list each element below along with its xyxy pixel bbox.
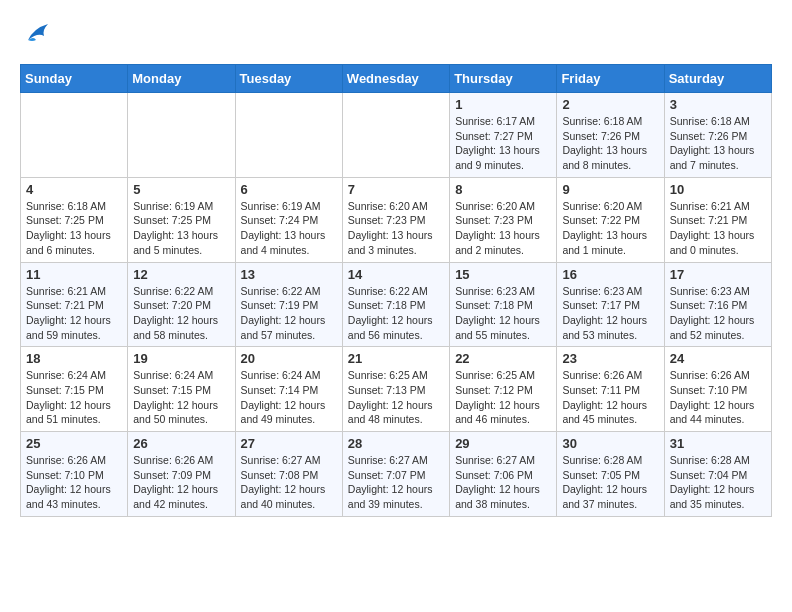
- week-row-4: 18Sunrise: 6:24 AMSunset: 7:15 PMDayligh…: [21, 347, 772, 432]
- day-number: 2: [562, 97, 658, 112]
- day-number: 31: [670, 436, 766, 451]
- logo: [20, 20, 56, 48]
- weekday-header-saturday: Saturday: [664, 65, 771, 93]
- weekday-header-tuesday: Tuesday: [235, 65, 342, 93]
- calendar-cell: 9Sunrise: 6:20 AMSunset: 7:22 PMDaylight…: [557, 177, 664, 262]
- day-number: 7: [348, 182, 444, 197]
- day-number: 23: [562, 351, 658, 366]
- calendar-cell: 27Sunrise: 6:27 AMSunset: 7:08 PMDayligh…: [235, 432, 342, 517]
- day-number: 3: [670, 97, 766, 112]
- calendar-cell: 28Sunrise: 6:27 AMSunset: 7:07 PMDayligh…: [342, 432, 449, 517]
- day-number: 19: [133, 351, 229, 366]
- calendar-cell: 29Sunrise: 6:27 AMSunset: 7:06 PMDayligh…: [450, 432, 557, 517]
- calendar-cell: [128, 93, 235, 178]
- day-info: Sunrise: 6:23 AMSunset: 7:18 PMDaylight:…: [455, 284, 551, 343]
- day-number: 12: [133, 267, 229, 282]
- weekday-header-thursday: Thursday: [450, 65, 557, 93]
- day-number: 29: [455, 436, 551, 451]
- calendar-cell: [235, 93, 342, 178]
- calendar-table: SundayMondayTuesdayWednesdayThursdayFrid…: [20, 64, 772, 517]
- day-info: Sunrise: 6:22 AMSunset: 7:19 PMDaylight:…: [241, 284, 337, 343]
- day-info: Sunrise: 6:18 AMSunset: 7:25 PMDaylight:…: [26, 199, 122, 258]
- calendar-cell: 14Sunrise: 6:22 AMSunset: 7:18 PMDayligh…: [342, 262, 449, 347]
- day-number: 11: [26, 267, 122, 282]
- calendar-cell: 16Sunrise: 6:23 AMSunset: 7:17 PMDayligh…: [557, 262, 664, 347]
- day-number: 26: [133, 436, 229, 451]
- weekday-header-row: SundayMondayTuesdayWednesdayThursdayFrid…: [21, 65, 772, 93]
- day-number: 10: [670, 182, 766, 197]
- day-number: 14: [348, 267, 444, 282]
- day-info: Sunrise: 6:24 AMSunset: 7:14 PMDaylight:…: [241, 368, 337, 427]
- day-info: Sunrise: 6:18 AMSunset: 7:26 PMDaylight:…: [562, 114, 658, 173]
- week-row-5: 25Sunrise: 6:26 AMSunset: 7:10 PMDayligh…: [21, 432, 772, 517]
- day-info: Sunrise: 6:20 AMSunset: 7:23 PMDaylight:…: [348, 199, 444, 258]
- day-number: 22: [455, 351, 551, 366]
- day-info: Sunrise: 6:26 AMSunset: 7:11 PMDaylight:…: [562, 368, 658, 427]
- calendar-cell: 2Sunrise: 6:18 AMSunset: 7:26 PMDaylight…: [557, 93, 664, 178]
- day-number: 30: [562, 436, 658, 451]
- day-number: 18: [26, 351, 122, 366]
- day-info: Sunrise: 6:26 AMSunset: 7:10 PMDaylight:…: [670, 368, 766, 427]
- day-number: 20: [241, 351, 337, 366]
- weekday-header-monday: Monday: [128, 65, 235, 93]
- day-info: Sunrise: 6:27 AMSunset: 7:06 PMDaylight:…: [455, 453, 551, 512]
- day-info: Sunrise: 6:24 AMSunset: 7:15 PMDaylight:…: [133, 368, 229, 427]
- day-info: Sunrise: 6:26 AMSunset: 7:10 PMDaylight:…: [26, 453, 122, 512]
- calendar-cell: 12Sunrise: 6:22 AMSunset: 7:20 PMDayligh…: [128, 262, 235, 347]
- day-number: 8: [455, 182, 551, 197]
- day-number: 5: [133, 182, 229, 197]
- weekday-header-wednesday: Wednesday: [342, 65, 449, 93]
- day-number: 6: [241, 182, 337, 197]
- day-info: Sunrise: 6:22 AMSunset: 7:20 PMDaylight:…: [133, 284, 229, 343]
- day-number: 15: [455, 267, 551, 282]
- calendar-cell: 24Sunrise: 6:26 AMSunset: 7:10 PMDayligh…: [664, 347, 771, 432]
- calendar-cell: 13Sunrise: 6:22 AMSunset: 7:19 PMDayligh…: [235, 262, 342, 347]
- day-info: Sunrise: 6:20 AMSunset: 7:22 PMDaylight:…: [562, 199, 658, 258]
- calendar-cell: 15Sunrise: 6:23 AMSunset: 7:18 PMDayligh…: [450, 262, 557, 347]
- calendar-cell: 26Sunrise: 6:26 AMSunset: 7:09 PMDayligh…: [128, 432, 235, 517]
- day-info: Sunrise: 6:27 AMSunset: 7:07 PMDaylight:…: [348, 453, 444, 512]
- day-number: 21: [348, 351, 444, 366]
- week-row-1: 1Sunrise: 6:17 AMSunset: 7:27 PMDaylight…: [21, 93, 772, 178]
- calendar-cell: 7Sunrise: 6:20 AMSunset: 7:23 PMDaylight…: [342, 177, 449, 262]
- day-number: 28: [348, 436, 444, 451]
- header: [20, 20, 772, 48]
- weekday-header-sunday: Sunday: [21, 65, 128, 93]
- calendar-cell: 5Sunrise: 6:19 AMSunset: 7:25 PMDaylight…: [128, 177, 235, 262]
- logo-icon: [20, 20, 52, 48]
- calendar-cell: 25Sunrise: 6:26 AMSunset: 7:10 PMDayligh…: [21, 432, 128, 517]
- day-info: Sunrise: 6:21 AMSunset: 7:21 PMDaylight:…: [670, 199, 766, 258]
- calendar-cell: 3Sunrise: 6:18 AMSunset: 7:26 PMDaylight…: [664, 93, 771, 178]
- day-info: Sunrise: 6:28 AMSunset: 7:05 PMDaylight:…: [562, 453, 658, 512]
- day-info: Sunrise: 6:24 AMSunset: 7:15 PMDaylight:…: [26, 368, 122, 427]
- calendar-cell: [21, 93, 128, 178]
- day-info: Sunrise: 6:19 AMSunset: 7:25 PMDaylight:…: [133, 199, 229, 258]
- day-info: Sunrise: 6:23 AMSunset: 7:16 PMDaylight:…: [670, 284, 766, 343]
- calendar-cell: 8Sunrise: 6:20 AMSunset: 7:23 PMDaylight…: [450, 177, 557, 262]
- calendar-cell: 17Sunrise: 6:23 AMSunset: 7:16 PMDayligh…: [664, 262, 771, 347]
- calendar-cell: 23Sunrise: 6:26 AMSunset: 7:11 PMDayligh…: [557, 347, 664, 432]
- calendar-cell: 20Sunrise: 6:24 AMSunset: 7:14 PMDayligh…: [235, 347, 342, 432]
- day-number: 4: [26, 182, 122, 197]
- day-info: Sunrise: 6:25 AMSunset: 7:12 PMDaylight:…: [455, 368, 551, 427]
- week-row-2: 4Sunrise: 6:18 AMSunset: 7:25 PMDaylight…: [21, 177, 772, 262]
- day-number: 25: [26, 436, 122, 451]
- calendar-cell: 1Sunrise: 6:17 AMSunset: 7:27 PMDaylight…: [450, 93, 557, 178]
- day-info: Sunrise: 6:26 AMSunset: 7:09 PMDaylight:…: [133, 453, 229, 512]
- day-info: Sunrise: 6:17 AMSunset: 7:27 PMDaylight:…: [455, 114, 551, 173]
- day-number: 13: [241, 267, 337, 282]
- calendar-cell: 22Sunrise: 6:25 AMSunset: 7:12 PMDayligh…: [450, 347, 557, 432]
- day-info: Sunrise: 6:20 AMSunset: 7:23 PMDaylight:…: [455, 199, 551, 258]
- calendar-cell: 31Sunrise: 6:28 AMSunset: 7:04 PMDayligh…: [664, 432, 771, 517]
- day-info: Sunrise: 6:28 AMSunset: 7:04 PMDaylight:…: [670, 453, 766, 512]
- calendar-cell: 18Sunrise: 6:24 AMSunset: 7:15 PMDayligh…: [21, 347, 128, 432]
- day-info: Sunrise: 6:19 AMSunset: 7:24 PMDaylight:…: [241, 199, 337, 258]
- calendar-cell: 4Sunrise: 6:18 AMSunset: 7:25 PMDaylight…: [21, 177, 128, 262]
- day-number: 27: [241, 436, 337, 451]
- week-row-3: 11Sunrise: 6:21 AMSunset: 7:21 PMDayligh…: [21, 262, 772, 347]
- day-number: 1: [455, 97, 551, 112]
- calendar-cell: 19Sunrise: 6:24 AMSunset: 7:15 PMDayligh…: [128, 347, 235, 432]
- day-info: Sunrise: 6:18 AMSunset: 7:26 PMDaylight:…: [670, 114, 766, 173]
- day-number: 24: [670, 351, 766, 366]
- weekday-header-friday: Friday: [557, 65, 664, 93]
